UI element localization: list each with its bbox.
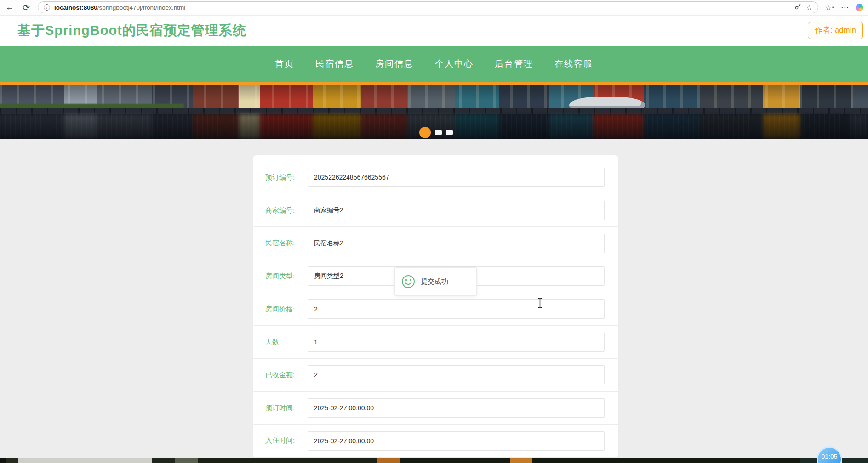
site-header: 基于SpringBoot的民宿预定管理系统 作者: admin: [0, 16, 868, 46]
browser-chrome: ← ⟳ i localhost:8080/springbootj470j/fro…: [0, 0, 868, 15]
carousel-dot-2[interactable]: [446, 130, 453, 135]
smile-icon: [401, 275, 415, 288]
success-toast: 提交成功: [394, 267, 477, 296]
footer-image-strip: [0, 458, 868, 463]
accent-strip: [0, 82, 868, 85]
form-field-row: 预订时间:: [253, 392, 618, 425]
carousel-dot-1[interactable]: [435, 130, 442, 135]
back-icon[interactable]: ←: [5, 2, 15, 12]
url-text[interactable]: localhost:8080/springbootj470j/front/ind…: [54, 4, 185, 11]
form-field-input[interactable]: [308, 398, 605, 418]
form-field-row: 商家编号:: [253, 194, 618, 227]
form-field-input[interactable]: [308, 333, 605, 352]
carousel-dot-0[interactable]: [419, 127, 431, 138]
more-menu-icon[interactable]: ⋯: [841, 3, 849, 12]
form-field-row: 天数:: [253, 326, 618, 359]
url-path: /springbootj470j/front/index.html: [97, 4, 185, 11]
form-field-row: 民宿名称:: [253, 227, 618, 260]
form-field-label: 已收金额:: [265, 371, 308, 379]
nav-item-0[interactable]: 首页: [275, 58, 294, 70]
refresh-icon[interactable]: ⟳: [21, 2, 31, 13]
form-field-input[interactable]: [308, 168, 605, 187]
form-field-row: 房间价格:: [253, 293, 618, 326]
copilot-icon[interactable]: [856, 4, 863, 11]
form-field-label: 预订时间:: [265, 404, 308, 412]
address-bar[interactable]: i localhost:8080/springbootj470j/front/i…: [38, 1, 818, 13]
form-field-input[interactable]: [308, 201, 605, 220]
nav-item-3[interactable]: 个人中心: [435, 58, 474, 70]
nav-item-5[interactable]: 在线客服: [554, 58, 593, 70]
form-field-label: 入住时间:: [265, 436, 308, 445]
favorites-bar-icon[interactable]: ☆≡: [825, 3, 834, 12]
text-cursor-icon: [537, 298, 543, 310]
page-title: 基于SpringBoot的民宿预定管理系统: [17, 22, 246, 40]
nav-item-4[interactable]: 后台管理: [495, 58, 533, 70]
url-host: localhost:8080: [54, 4, 97, 11]
form-field-input[interactable]: [308, 299, 605, 319]
form-field-label: 民宿名称:: [265, 239, 308, 248]
favorite-star-icon[interactable]: ☆: [806, 3, 812, 12]
form-field-label: 商家编号:: [265, 206, 308, 215]
main-nav: 首页 民宿信息 房间信息 个人中心 后台管理 在线客服: [0, 46, 868, 82]
nav-item-2[interactable]: 房间信息: [375, 58, 414, 70]
carousel-indicators: [419, 127, 453, 138]
form-field-input[interactable]: [308, 431, 605, 451]
form-field-input[interactable]: [308, 234, 605, 253]
form-field-input[interactable]: [308, 365, 605, 384]
form-field-label: 预订编号:: [265, 173, 308, 182]
form-field-row: 已收金额:: [253, 359, 618, 392]
form-field-row: 预订编号:: [253, 161, 618, 194]
author-badge: 作者: admin: [808, 22, 863, 39]
nav-item-1[interactable]: 民宿信息: [315, 58, 354, 70]
form-field-label: 房间类型:: [265, 272, 308, 281]
booking-form-card: 预订编号: 商家编号: 民宿名称: 房间类型: 房间价格: 天数: 已收金额: …: [253, 155, 618, 457]
recording-timer[interactable]: 01:05: [817, 446, 842, 463]
recording-timer-label: 01:05: [821, 453, 837, 463]
site-info-icon[interactable]: i: [44, 4, 50, 11]
toast-message: 提交成功: [421, 277, 448, 286]
form-field-label: 房间价格:: [265, 305, 308, 314]
banner-boat: [569, 97, 645, 108]
form-field-label: 天数:: [265, 338, 308, 346]
password-key-icon[interactable]: [794, 3, 802, 12]
form-field-row: 入住时间:: [253, 425, 618, 458]
